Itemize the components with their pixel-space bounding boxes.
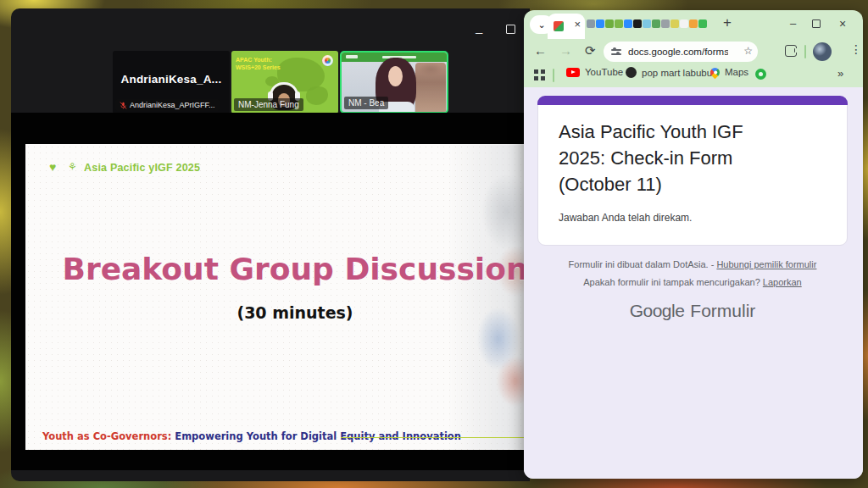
- slide-footer-lead: Youth as Co-Governors:: [42, 430, 171, 442]
- bookmark-pop-mart[interactable]: pop mart labubu: [626, 67, 712, 78]
- tab-favicon-cluster: [587, 19, 707, 28]
- dots-favicon[interactable]: [670, 19, 679, 28]
- browser-maximize-button[interactable]: [810, 18, 822, 30]
- badge-favicon[interactable]: [698, 19, 707, 28]
- browser-window: ⌄ × + – × ← → ⟳ docs.google.com/forms/..…: [524, 10, 863, 479]
- plant-favicon[interactable]: [605, 19, 614, 28]
- new-tab-button[interactable]: +: [718, 14, 737, 32]
- form-report-line: Apakah formulir ini tampak mencurigakan?…: [537, 277, 848, 287]
- plant-favicon[interactable]: [615, 19, 623, 28]
- wsis-logo-icon: [322, 55, 333, 66]
- maximize-icon: [812, 19, 821, 28]
- bookmark-maps[interactable]: Maps: [710, 67, 748, 77]
- report-abuse-link[interactable]: Laporkan: [763, 277, 802, 287]
- participant-tile-bea-active-speaker[interactable]: NM - Bea: [340, 51, 448, 114]
- slide-brand-row: ♥ ⚘ Asia Pacific yIGF 2025: [49, 161, 200, 174]
- bookmark-star-icon[interactable]: ☆: [743, 45, 753, 57]
- bookmark-label: pop mart labubu: [642, 68, 712, 78]
- form-owner-line: Formulir ini dibuat dalam DotAsia. - Hub…: [537, 259, 848, 269]
- doc-favicon[interactable]: [680, 19, 688, 28]
- zoom-window: – AndrianiKesa_A... AndrianiKesa_APrIGFF…: [11, 8, 530, 481]
- participant-name-text: AndrianiKesa_APrIGFF...: [130, 101, 215, 109]
- forms-product-text: Formulir: [690, 301, 755, 320]
- slide-footer-rest: Empowering Youth for Digital Equity and …: [171, 430, 461, 442]
- back-button[interactable]: ←: [532, 42, 548, 58]
- checkered-favicon[interactable]: [633, 19, 642, 28]
- slide-footer: Youth as Co-Governors: Empowering Youth …: [42, 430, 461, 442]
- forward-button[interactable]: →: [558, 42, 574, 58]
- netmission-heart-icon: ♥: [49, 161, 62, 174]
- browser-close-button[interactable]: ×: [837, 16, 848, 31]
- slide-duration: (30 minutes): [25, 303, 530, 322]
- participant-name-text: NM-Jenna Fung: [238, 100, 299, 109]
- youtube-icon: [566, 68, 580, 77]
- browser-menu-button[interactable]: ⋮: [845, 42, 867, 56]
- participant-name-text: NM - Bea: [348, 98, 384, 108]
- contact-owner-link[interactable]: Hubungi pemilik formulir: [716, 259, 816, 269]
- form-card: Asia Pacific Youth IGF 2025: Check-in Fo…: [537, 96, 848, 246]
- bookmarks-overflow-button[interactable]: »: [832, 66, 849, 80]
- page-content: Asia Pacific Youth IGF 2025: Check-in Fo…: [524, 87, 863, 479]
- zoom-minimize-button[interactable]: –: [474, 24, 484, 40]
- zoom-favicon[interactable]: [624, 19, 632, 28]
- orange-favicon[interactable]: [689, 19, 698, 28]
- yigf-plant-icon: ⚘: [68, 161, 78, 174]
- google-forms-branding: GoogleFormulir: [537, 301, 848, 321]
- leaf-favicon[interactable]: [652, 19, 660, 28]
- close-tab-button[interactable]: ×: [574, 19, 581, 30]
- address-bar[interactable]: docs.google.com/forms/... ☆: [604, 42, 758, 62]
- form-confirmation-text: Jawaban Anda telah direkam.: [559, 212, 692, 224]
- participant-tile-jenna[interactable]: APAC Youth: WSIS+20 Series NM-Jenna Fung: [231, 51, 338, 114]
- tab-strip: ⌄ × + – ×: [524, 10, 863, 39]
- bookmark-green-favicon[interactable]: [755, 69, 766, 80]
- slide-footer-rule: [341, 437, 526, 438]
- form-accent-bar: [537, 96, 848, 105]
- virtual-bg-caption: APAC Youth: WSIS+20 Series: [236, 56, 281, 71]
- participant-name-badge: NM - Bea: [344, 97, 388, 109]
- slide-temple-art: [448, 144, 530, 450]
- participant-tile-andriani[interactable]: AndrianiKesa_A... AndrianiKesa_APrIGFF..…: [113, 51, 230, 114]
- reload-button[interactable]: ⟳: [583, 42, 598, 58]
- zoom-maximize-button[interactable]: [504, 23, 517, 36]
- bookmarks-bar: YouTube pop mart labubu Maps »: [524, 64, 863, 87]
- zoom-favicon[interactable]: [596, 19, 604, 28]
- active-tab-favicon: [554, 21, 564, 31]
- maximize-icon: [506, 25, 515, 34]
- screen-share-area: ♥ ⚘ Asia Pacific yIGF 2025 Breakout Grou…: [11, 113, 530, 470]
- bookmark-label: Maps: [725, 67, 748, 77]
- mic-muted-icon: [120, 102, 127, 109]
- form-title: Asia Pacific Youth IGF 2025: Check-in Fo…: [559, 119, 781, 197]
- screen: – AndrianiKesa_A... AndrianiKesa_APrIGFF…: [0, 0, 868, 488]
- site-settings-icon[interactable]: [611, 47, 621, 56]
- bookmark-youtube[interactable]: YouTube: [566, 67, 623, 77]
- toolbar-divider: [804, 45, 806, 58]
- participant-name-badge: AndrianiKesa_APrIGFF...: [115, 99, 220, 111]
- maps-pin-icon: [709, 65, 722, 79]
- participant-display-name: AndrianiKesa_A...: [113, 73, 230, 86]
- map-graphic: [306, 86, 328, 105]
- participant-name-badge: NM-Jenna Fung: [234, 98, 303, 111]
- bookmarks-divider: [553, 69, 554, 82]
- slide-title: Breakout Group Discussion: [25, 252, 530, 286]
- profile-avatar[interactable]: [813, 42, 832, 61]
- globe-favicon[interactable]: [587, 19, 595, 28]
- apps-grid-icon[interactable]: [534, 69, 545, 80]
- sky-favicon[interactable]: [643, 19, 651, 28]
- google-logo-text: Google: [630, 301, 685, 320]
- browser-toolbar: ← → ⟳ docs.google.com/forms/... ☆ ⋮: [524, 39, 863, 64]
- url-text: docs.google.com/forms/...: [628, 47, 728, 57]
- pop-mart-icon: [626, 67, 637, 78]
- slide-brand-text: Asia Pacific yIGF 2025: [84, 162, 200, 174]
- globe-favicon[interactable]: [661, 19, 670, 28]
- browser-minimize-button[interactable]: –: [788, 16, 798, 30]
- bookmark-label: YouTube: [585, 67, 623, 77]
- extensions-icon[interactable]: [785, 45, 797, 57]
- active-tab[interactable]: ×: [548, 14, 585, 39]
- presentation-slide: ♥ ⚘ Asia Pacific yIGF 2025 Breakout Grou…: [25, 144, 530, 450]
